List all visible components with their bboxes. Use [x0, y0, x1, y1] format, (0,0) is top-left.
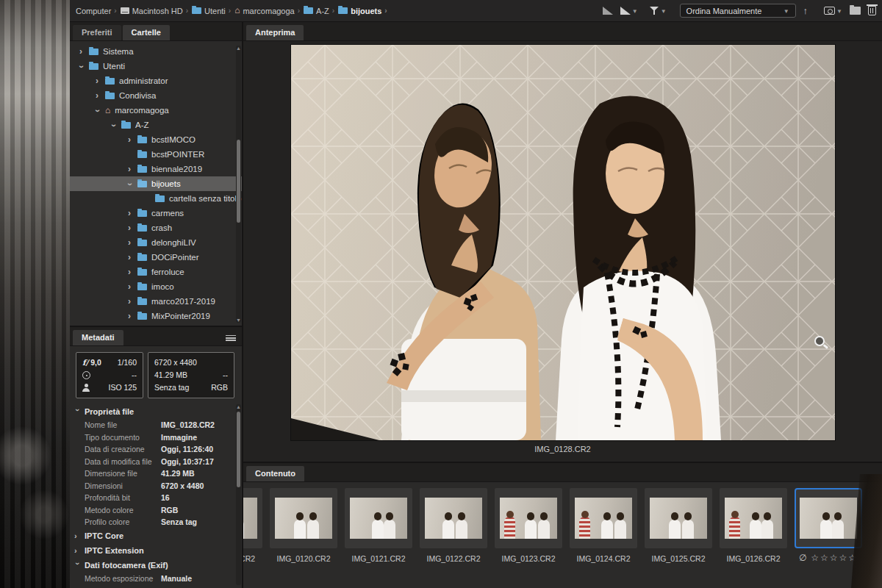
- tree-item-sistema[interactable]: ›Sistema: [70, 44, 242, 59]
- metadata-panel: Metadati f/ 9,01/160 -- ISO 125 6720 x 4…: [70, 326, 242, 588]
- loupe-icon[interactable]: [814, 336, 825, 346]
- chevron-right-icon[interactable]: ›: [126, 135, 133, 145]
- thumbnail-img-0124[interactable]: IMG_0124.CR2: [570, 488, 637, 563]
- chevron-down-icon[interactable]: ›: [125, 181, 135, 188]
- sort-dropdown[interactable]: Ordina Manualmente▼: [680, 4, 796, 18]
- tree-item-carmens[interactable]: ›carmens: [70, 206, 242, 220]
- delete-icon[interactable]: [868, 6, 876, 15]
- chevron-right-icon[interactable]: ›: [126, 223, 133, 233]
- tab-anteprima[interactable]: Anteprima: [246, 25, 304, 40]
- chevron-right-icon[interactable]: ›: [126, 267, 133, 277]
- chevron-right-icon[interactable]: ›: [126, 252, 133, 262]
- tree-item-crash[interactable]: ›crash: [70, 220, 242, 235]
- chevron-right-icon[interactable]: ›: [126, 164, 133, 174]
- filter-icon[interactable]: ▼: [650, 7, 667, 15]
- import-from-camera-icon[interactable]: ▼: [824, 7, 842, 15]
- chevron-down-icon[interactable]: ›: [76, 63, 87, 71]
- chevron-right-icon[interactable]: ›: [74, 531, 81, 540]
- left-sidebar: Preferiti Cartelle ›Sistema ›Utenti ›adm…: [70, 22, 243, 588]
- tree-item-mixpointer2019[interactable]: ›MixPointer2019: [70, 309, 242, 323]
- tree-item-docipointer[interactable]: ›DOCiPointer: [70, 250, 242, 265]
- tree-item-imoco[interactable]: ›imoco: [70, 279, 242, 294]
- panel-menu-icon[interactable]: [226, 335, 236, 341]
- section-iptc-core[interactable]: ›IPTC Core: [70, 528, 242, 543]
- thumbnail-img-0128-selected[interactable]: ∅☆☆☆☆☆: [795, 488, 862, 563]
- folder-icon: [137, 225, 147, 232]
- section-proprieta-file[interactable]: ›Proprietà file: [70, 404, 242, 419]
- tree-item-administrator[interactable]: ›administrator: [70, 74, 242, 88]
- drive-icon: [121, 7, 129, 14]
- chevron-down-icon[interactable]: ›: [74, 409, 82, 415]
- folder-icon: [192, 7, 201, 14]
- tree-item-utenti[interactable]: ›Utenti: [70, 59, 242, 74]
- chevron-down-icon[interactable]: ›: [93, 107, 103, 115]
- chevron-right-icon[interactable]: ›: [126, 282, 133, 292]
- section-iptc-extension[interactable]: ›IPTC Extension: [70, 543, 242, 558]
- breadcrumb-utenti[interactable]: Utenti›: [192, 7, 231, 15]
- thumbnail-img-0121[interactable]: IMG_0121.CR2: [345, 488, 412, 563]
- folder-icon: [304, 7, 313, 14]
- breadcrumb-a-z[interactable]: A-Z›: [304, 7, 334, 15]
- chevron-right-icon[interactable]: ›: [126, 296, 133, 306]
- chevron-down-icon[interactable]: ›: [74, 562, 82, 569]
- chevron-right-icon[interactable]: ›: [126, 208, 133, 218]
- thumbnail-img-0126[interactable]: IMG_0126.CR2: [720, 488, 787, 563]
- chevron-right-icon[interactable]: ›: [126, 237, 133, 248]
- tab-cartelle[interactable]: Cartelle: [123, 25, 170, 40]
- preview-image[interactable]: [291, 45, 835, 440]
- rating-stars[interactable]: ∅☆☆☆☆☆: [799, 553, 858, 563]
- metadata-placard: f/ 9,01/160 -- ISO 125 6720 x 4480 41.29…: [70, 346, 242, 403]
- chevron-right-icon[interactable]: ›: [74, 546, 81, 555]
- tree-item-bcstpointer[interactable]: ›bcstPOINTER: [70, 147, 242, 162]
- no-rating-icon: ∅: [799, 553, 808, 563]
- thumbnail-img-0125[interactable]: IMG_0125.CR2: [645, 488, 712, 563]
- thumbnail-img-0120[interactable]: IMG_0120.CR2: [270, 488, 337, 563]
- tab-metadati[interactable]: Metadati: [73, 330, 123, 345]
- folder-icon: [137, 210, 147, 217]
- tree-item-bijouets[interactable]: ›bijouets: [70, 176, 242, 191]
- tree-scrollbar[interactable]: ▲▼: [236, 46, 241, 323]
- metadata-list: ›Proprietà file Nome fileIMG_0128.CR2 Ti…: [70, 403, 242, 588]
- camera-settings-box: f/ 9,01/160 -- ISO 125: [76, 352, 143, 398]
- chevron-right-icon[interactable]: ›: [93, 90, 101, 101]
- thumbnail-quality-options-icon[interactable]: ▼: [620, 7, 638, 15]
- tree-item-condivisa[interactable]: ›Condivisa: [70, 88, 242, 103]
- meta-row-dimensioni: Dimensioni6720 x 4480: [70, 480, 242, 492]
- tab-contenuto[interactable]: Contenuto: [246, 466, 304, 481]
- thumbnail-img-0122[interactable]: IMG_0122.CR2: [420, 488, 487, 563]
- folder-icon: [105, 78, 115, 85]
- meta-row-metodo-colore: Metodo coloreRGB: [70, 504, 242, 517]
- chevron-right-icon[interactable]: ›: [93, 76, 101, 86]
- new-folder-icon[interactable]: [850, 7, 861, 15]
- chevron-right-icon[interactable]: ›: [77, 46, 85, 57]
- meta-row-profilo-colore: Profilo coloreSenza tag: [70, 516, 242, 528]
- folder-icon: [137, 166, 147, 173]
- tree-item-a-z[interactable]: ›A-Z: [70, 118, 242, 132]
- breadcrumb-marcomagoga[interactable]: ⌂ marcomagoga›: [234, 7, 300, 15]
- thumbnail-img-0123[interactable]: IMG_0123.CR2: [495, 488, 562, 563]
- metadata-scrollbar[interactable]: ▲: [236, 404, 241, 585]
- tree-item-cartella-senza-titolo[interactable]: ›cartella senza titolo: [70, 191, 242, 206]
- home-icon: ⌂: [234, 7, 240, 14]
- chevron-down-icon[interactable]: ›: [109, 122, 119, 129]
- folder-icon: [137, 151, 147, 158]
- meta-row-data-creazione: Data di creazioneOggi, 11:26:40: [70, 443, 242, 456]
- breadcrumb-computer[interactable]: Computer›: [76, 7, 117, 15]
- section-dati-fotocamera[interactable]: ›Dati fotocamera (Exif): [70, 558, 242, 573]
- tree-item-ferroluce[interactable]: ›ferroluce: [70, 265, 242, 279]
- breadcrumb-macintosh-hd[interactable]: Macintosh HD›: [121, 7, 188, 15]
- tab-preferiti[interactable]: Preferiti: [73, 25, 121, 40]
- folder-icon: [137, 298, 147, 305]
- tree-item-bcstimoco[interactable]: ›bcstIMOCO: [70, 132, 242, 147]
- tree-item-marco2017-2019[interactable]: ›marco2017-2019: [70, 294, 242, 309]
- tree-item-biennale2019[interactable]: ›biennale2019: [70, 162, 242, 176]
- chevron-right-icon[interactable]: ›: [126, 311, 133, 321]
- breadcrumb: Computer› Macintosh HD› Utenti› ⌂ marcom…: [76, 7, 603, 15]
- thumbnail-img-0119[interactable]: IMG_0119.CR2: [243, 488, 262, 563]
- breadcrumb-bijouets[interactable]: bijouets›: [338, 7, 387, 15]
- path-toolbar: Computer› Macintosh HD› Utenti› ⌂ marcom…: [70, 0, 882, 22]
- tree-item-marcomagoga[interactable]: ›⌂marcomagoga: [70, 103, 242, 118]
- sort-ascending-icon[interactable]: ↑: [803, 5, 808, 16]
- thumbnail-quality-icon[interactable]: [603, 7, 613, 15]
- tree-item-delonghiliv[interactable]: ›delonghiLIV: [70, 235, 242, 250]
